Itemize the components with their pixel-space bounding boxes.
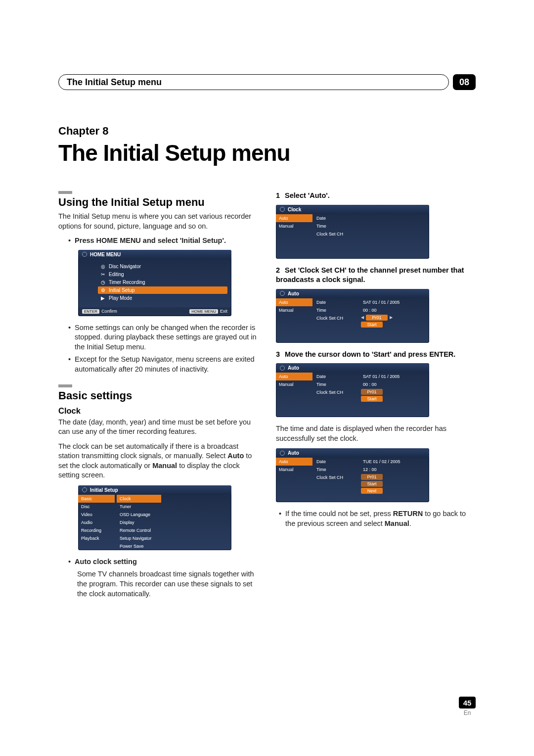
tab-auto: Auto (276, 214, 312, 222)
chapter-number: 08 (459, 77, 469, 88)
field-date: Date (314, 214, 359, 222)
value-time: 12 : 00 (361, 466, 429, 473)
start-button: Start (361, 481, 383, 487)
value-date: TUE 01 / 02 / 2005 (361, 458, 429, 466)
tab-auto: Auto (276, 458, 312, 466)
step-1: 1Select 'Auto'. (276, 191, 476, 201)
header-title: The Initial Setup menu (67, 77, 162, 88)
field-time: Time (314, 306, 359, 314)
osd-clock-start: Auto Auto Manual Date Time Clock Set CH (276, 363, 429, 417)
home-icon (82, 252, 87, 257)
clock-p1: The date (day, month, year) and time mus… (58, 418, 258, 437)
start-button: Start (361, 396, 383, 402)
opt-osd-lang: OSD Language (117, 511, 161, 519)
header-pill: The Initial Setup menu (58, 74, 449, 90)
osd-header: HOME MENU (78, 250, 231, 259)
tab-auto: Auto (276, 298, 312, 306)
tab-recording: Recording (78, 526, 115, 534)
bullet-icon: • (279, 509, 281, 528)
note-timeout: • Except for the Setup Navigator, menu s… (68, 355, 258, 374)
tab-disc: Disc (78, 503, 115, 511)
step-press-home: • Press HOME MENU and select 'Initial Se… (68, 236, 258, 246)
osd-initial-setup: Initial Setup Basic Disc Video Audio Rec… (78, 485, 231, 550)
left-column: Using the Initial Setup menu The Initial… (58, 191, 258, 604)
field-date: Date (314, 298, 359, 306)
osd-clock-select-auto: Clock Auto Manual Date Time Clock Set CH (276, 205, 429, 259)
value-date: SAT 01 / 01 / 2005 (361, 373, 429, 380)
menu-item-initial-setup: ⚙Initial Setup (98, 286, 227, 294)
osd-title: HOME MENU (90, 252, 121, 257)
opt-display: Display (117, 519, 161, 526)
tab-manual: Manual (276, 380, 312, 388)
field-clock-ch: Clock Set CH (314, 230, 359, 238)
menu-item-timer-rec: ◷Timer Recording (98, 279, 227, 286)
tab-manual: Manual (276, 306, 312, 314)
step-text: Press HOME MENU and select 'Initial Setu… (75, 236, 226, 246)
opt-tuner: Tuner (117, 503, 161, 511)
enter-key-icon: ENTER (82, 309, 99, 314)
osd-option-list: Clock Tuner OSD Language Display Remote … (117, 495, 161, 550)
tab-video: Video (78, 511, 115, 519)
bullet-icon: • (68, 236, 71, 246)
right-arrow-icon: ▶ (390, 315, 393, 320)
tab-playback: Playback (78, 534, 115, 542)
note-grayed-out: • Some settings can only be changed when… (68, 323, 258, 352)
section-marker (58, 191, 72, 194)
opt-power-save: Power Save (117, 542, 161, 550)
chapter-number-badge: 08 (453, 74, 476, 90)
opt-clock: Clock (117, 495, 161, 503)
osd-home-menu: HOME MENU ◎Disc Navigator ✂Editing ◷Time… (78, 250, 231, 316)
osd-category-list: Basic Disc Video Audio Recording Playbac… (78, 495, 115, 550)
opt-remote: Remote Control (117, 526, 161, 534)
auto-clock-heading: Auto clock setting (75, 557, 137, 567)
field-time: Time (314, 222, 359, 230)
osd-body: Basic Disc Video Audio Recording Playbac… (78, 495, 231, 550)
section-intro: The Initial Setup menu is where you can … (58, 212, 258, 231)
gear-icon (280, 366, 285, 371)
opt-setup-nav: Setup Navigator (117, 534, 161, 542)
osd-empty-pane (163, 495, 231, 550)
field-date: Date (314, 373, 359, 380)
start-button: Start (361, 322, 383, 328)
tab-auto: Auto (276, 373, 312, 380)
tab-audio: Audio (78, 519, 115, 526)
next-button: Next (361, 488, 383, 494)
result-text: The time and date is displayed when the … (276, 424, 476, 443)
clock-heading: Clock (58, 406, 258, 416)
osd-title: Initial Setup (90, 487, 118, 493)
section-marker (58, 384, 72, 387)
gear-icon (280, 207, 285, 212)
section-title-basic: Basic settings (58, 389, 258, 402)
value-ch: Pr01 (361, 389, 383, 395)
field-clock-ch: Clock Set CH (314, 473, 359, 481)
tab-manual: Manual (276, 222, 312, 230)
osd-title: Clock (288, 207, 301, 212)
osd-clock-set-ch: Auto Auto Manual Date Time Clock Set CH (276, 289, 429, 343)
menu-item-editing: ✂Editing (98, 271, 227, 278)
right-column: 1Select 'Auto'. Clock Auto Manual Date (276, 191, 476, 604)
field-date: Date (314, 458, 359, 466)
clock-icon: ◷ (101, 280, 106, 284)
osd-header: Initial Setup (78, 485, 231, 495)
tab-manual: Manual (276, 466, 312, 473)
home-key-icon: HOME MENU (189, 309, 218, 314)
left-arrow-icon: ◀ (361, 315, 364, 320)
gear-icon (280, 291, 285, 296)
value-date: SAT 01 / 01 / 2005 (361, 298, 429, 306)
auto-clock-heading-row: • Auto clock setting (68, 557, 258, 567)
fail-note: • If the time could not be set, press RE… (279, 509, 476, 528)
bullet-icon: • (68, 323, 71, 352)
bullet-icon: • (68, 557, 71, 567)
page-header: The Initial Setup menu 08 (58, 74, 476, 90)
menu-item-play-mode: ▶Play Mode (98, 294, 227, 302)
osd-clock-success: Auto Auto Manual Date Time Clock Set CH (276, 448, 429, 502)
bullet-icon: • (68, 355, 71, 374)
clock-p2: The clock can be set automatically if th… (58, 442, 258, 480)
osd-title: Auto (288, 365, 299, 371)
menu-item-disc-navigator: ◎Disc Navigator (98, 263, 227, 270)
field-clock-ch: Clock Set CH (314, 314, 359, 322)
page-lang: En (459, 709, 476, 716)
gear-icon: ⚙ (101, 287, 106, 292)
osd-body: ◎Disc Navigator ✂Editing ◷Timer Recordin… (78, 259, 231, 307)
value-ch: Pr01 (366, 315, 388, 321)
